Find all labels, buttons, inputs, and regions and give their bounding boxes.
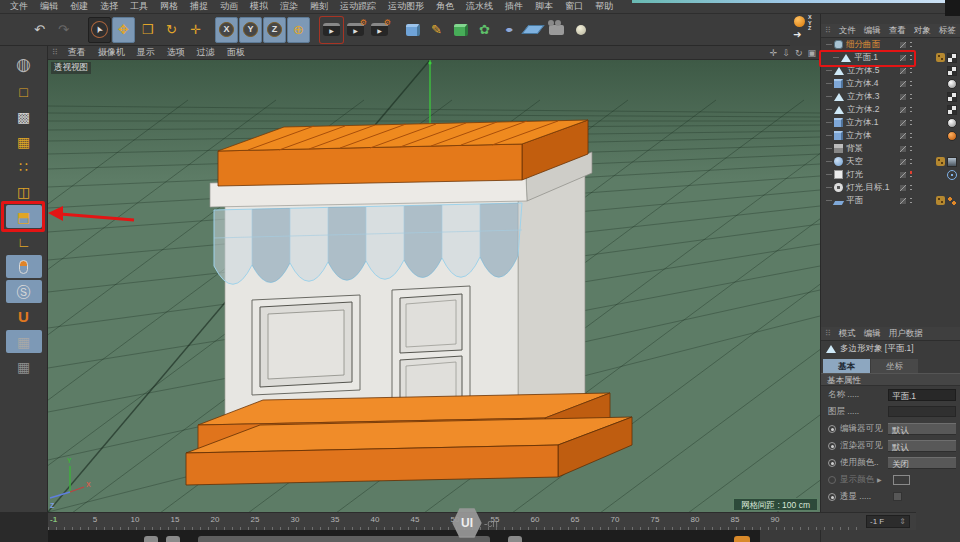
- radio-icon[interactable]: [828, 442, 836, 450]
- target-thumb[interactable]: [947, 170, 957, 180]
- coordinates-widget[interactable]: XYZ ➜: [793, 15, 827, 45]
- menubar-item[interactable]: 网格: [154, 0, 184, 13]
- menubar-item[interactable]: 帮助: [589, 0, 619, 13]
- slash-tag-icon[interactable]: [899, 67, 907, 75]
- ctag-thumb[interactable]: [936, 157, 945, 166]
- snap-button[interactable]: U: [6, 305, 42, 328]
- menubar-item[interactable]: 工具: [124, 0, 154, 13]
- edges-mode-button[interactable]: ◫: [6, 180, 42, 203]
- whiteball-thumb[interactable]: [947, 118, 957, 128]
- object-row[interactable]: 立方体.5: [821, 64, 960, 77]
- tweak-mode-button[interactable]: [6, 255, 42, 278]
- checker-thumb[interactable]: [947, 105, 957, 115]
- radio-icon[interactable]: [828, 493, 836, 501]
- slash-tag-icon[interactable]: [899, 93, 907, 101]
- render-settings-button[interactable]: ▶: [368, 17, 391, 43]
- slash-tag-icon[interactable]: [899, 132, 907, 140]
- radio-icon[interactable]: [828, 459, 836, 467]
- slash-tag-icon[interactable]: [899, 145, 907, 153]
- polygons-mode-button[interactable]: ⬒: [6, 205, 42, 228]
- menubar-item[interactable]: 脚本: [529, 0, 559, 13]
- object-row[interactable]: 灯光.目标.1: [821, 181, 960, 194]
- viewport-menu-item[interactable]: 过滤: [191, 46, 221, 59]
- checkbox[interactable]: [893, 492, 902, 501]
- attribute-menu-item[interactable]: 编辑: [860, 328, 885, 340]
- layer-field[interactable]: [888, 406, 956, 417]
- subdivision-surface-button[interactable]: [449, 17, 472, 43]
- object-row[interactable]: 立方体.4: [821, 77, 960, 90]
- color-swatch[interactable]: [893, 475, 910, 485]
- lock-workplane-button[interactable]: ▦: [6, 330, 42, 353]
- tab-基本[interactable]: 基本: [823, 359, 870, 373]
- slash-tag-icon[interactable]: [899, 184, 907, 192]
- viewport[interactable]: ⠿查看摄像机显示选项过滤面板 ✛⇩↻▣ 透视视图: [48, 46, 820, 512]
- soft-selection-button[interactable]: Ⓢ: [6, 280, 42, 303]
- rotate-tool-button[interactable]: ↻: [160, 17, 183, 43]
- object-row[interactable]: 立方体.1: [821, 116, 960, 129]
- slash-tag-icon[interactable]: [899, 171, 907, 179]
- tab-坐标[interactable]: 坐标: [871, 359, 918, 373]
- menubar-item[interactable]: 插件: [499, 0, 529, 13]
- menubar-item[interactable]: 雕刻: [304, 0, 334, 13]
- viewport-menu-item[interactable]: 面板: [221, 46, 251, 59]
- menubar-item[interactable]: 运动跟踪: [334, 0, 382, 13]
- menubar-item[interactable]: 动画: [214, 0, 244, 13]
- pen-spline-button[interactable]: ✎: [425, 17, 448, 43]
- workplane-mode-button[interactable]: ▦: [6, 130, 42, 153]
- render-picture-viewer-button[interactable]: ▶: [344, 17, 367, 43]
- object-row[interactable]: 平面.1: [821, 51, 960, 64]
- whiteball-thumb[interactable]: [947, 79, 957, 89]
- slash-tag-icon[interactable]: [899, 158, 907, 166]
- menubar-item[interactable]: 运动图形: [382, 0, 430, 13]
- quantize-button[interactable]: ▦: [6, 355, 42, 378]
- orangeball-thumb[interactable]: [947, 131, 957, 141]
- viewport-menu-item[interactable]: 摄像机: [92, 46, 131, 59]
- checker-thumb[interactable]: [947, 92, 957, 102]
- last-tool-button[interactable]: ✛: [184, 17, 207, 43]
- object-row[interactable]: 平面: [821, 194, 960, 207]
- make-editable-button[interactable]: ◍: [6, 50, 42, 78]
- menubar-item[interactable]: 角色: [430, 0, 460, 13]
- viewport-menu-item[interactable]: 显示: [131, 46, 161, 59]
- texture-mode-button[interactable]: ▩: [6, 105, 42, 128]
- field-button[interactable]: ●: [497, 17, 520, 43]
- menubar-item[interactable]: 选择: [94, 0, 124, 13]
- dropdown-编辑器可见[interactable]: 默认: [888, 423, 956, 435]
- menubar-item[interactable]: 文件: [4, 0, 34, 13]
- scale-tool-button[interactable]: ❒: [136, 17, 159, 43]
- menubar-item[interactable]: 流水线: [460, 0, 499, 13]
- lock-y-axis-button[interactable]: Y: [239, 17, 262, 43]
- ctag-thumb[interactable]: [936, 53, 945, 62]
- redo-button[interactable]: ↷: [52, 17, 75, 43]
- points-mode-button[interactable]: ∷: [6, 155, 42, 178]
- attribute-menu-item[interactable]: 模式: [835, 328, 860, 340]
- menubar-item[interactable]: 模拟: [244, 0, 274, 13]
- menubar-item[interactable]: 创建: [64, 0, 94, 13]
- viewport-menu-item[interactable]: 查看: [62, 46, 92, 59]
- radio-icon[interactable]: [828, 476, 836, 484]
- pan-view-icon[interactable]: ✛: [770, 47, 778, 59]
- dolly-view-icon[interactable]: ⇩: [782, 47, 790, 59]
- rotate-view-icon[interactable]: ↻: [795, 47, 803, 59]
- lock-z-axis-button[interactable]: Z: [263, 17, 286, 43]
- coord-system-button[interactable]: ⊕: [287, 17, 310, 43]
- object-manager-menu-item[interactable]: 标签: [935, 25, 960, 37]
- light-button[interactable]: [569, 17, 592, 43]
- menubar-item[interactable]: 编辑: [34, 0, 64, 13]
- menubar-item[interactable]: 捕捉: [184, 0, 214, 13]
- viewport-menu-item[interactable]: 选项: [161, 46, 191, 59]
- menubar-item[interactable]: 渲染: [274, 0, 304, 13]
- slash-tag-icon[interactable]: [899, 54, 907, 62]
- slash-tag-icon[interactable]: [899, 106, 907, 114]
- object-row[interactable]: 立方体: [821, 129, 960, 142]
- dropdown-使用颜色..[interactable]: 关闭: [888, 457, 956, 469]
- dropdown-渲染器可见[interactable]: 默认: [888, 440, 956, 452]
- stepper-icon[interactable]: ⇕: [899, 517, 906, 526]
- camera-button[interactable]: [545, 17, 568, 43]
- add-cube-button[interactable]: [401, 17, 424, 43]
- current-frame-field[interactable]: -1 F ⇕: [866, 515, 910, 528]
- object-manager-menu-item[interactable]: 编辑: [860, 25, 885, 37]
- expand-arrow-icon[interactable]: ▶: [877, 476, 882, 483]
- object-row[interactable]: 细分曲面: [821, 38, 960, 51]
- menubar-item[interactable]: 窗口: [559, 0, 589, 13]
